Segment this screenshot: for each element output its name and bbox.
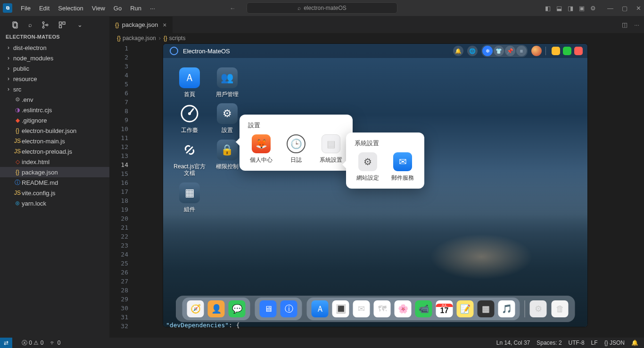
theme-option-icon[interactable]: ❄: [482, 46, 493, 56]
search-text: electron-mateOS: [304, 5, 347, 11]
gear-icon: ⚙: [13, 96, 22, 103]
status-errors[interactable]: ⓧ 0 ⚠ 0: [22, 339, 43, 347]
status-spaces[interactable]: Spaces: 2: [537, 340, 561, 346]
remote-indicator-icon[interactable]: ⇄: [0, 338, 12, 348]
file-package-json[interactable]: {}package.json: [0, 167, 109, 177]
dock-photos-icon[interactable]: 🌸: [395, 300, 412, 317]
layout-sidebar-right-icon[interactable]: ◨: [568, 5, 573, 12]
menu-edit[interactable]: Edit: [35, 3, 53, 14]
dock-launchpad-icon[interactable]: 🔳: [332, 300, 349, 317]
breadcrumb[interactable]: {} package.json › {} scripts: [109, 33, 644, 43]
desktop-components[interactable]: ▦組件: [173, 182, 206, 213]
layout-sidebar-left-icon[interactable]: ◧: [545, 5, 551, 12]
editor-tabs: {} package.json × ◫ ···: [109, 17, 644, 33]
window-minimize-button[interactable]: [552, 47, 560, 55]
breadcrumb-scripts[interactable]: scripts: [169, 35, 186, 41]
menu-selection[interactable]: Selection: [54, 3, 87, 14]
tab-close-icon[interactable]: ×: [163, 21, 166, 29]
popover-item-log[interactable]: 🕒日誌: [283, 134, 309, 164]
tab-more-icon[interactable]: ···: [634, 21, 639, 28]
dock-trash-icon[interactable]: 🗑: [552, 300, 569, 317]
desktop-settings[interactable]: ⚙設置: [210, 103, 244, 133]
editor-area[interactable]: 1234567891011121314151617181920212223242…: [109, 43, 644, 338]
split-editor-icon[interactable]: ◫: [622, 21, 627, 28]
popover-item-profile[interactable]: 🦊個人中心: [248, 134, 274, 164]
git-icon: ◆: [13, 117, 22, 124]
explorer-chevron-icon[interactable]: ⌄: [77, 21, 83, 28]
dock-calendar-icon[interactable]: JUL17: [436, 300, 453, 317]
file-env[interactable]: ⚙.env: [0, 94, 109, 105]
command-center[interactable]: ⌕ electron-mateOS: [247, 2, 397, 14]
menu-view[interactable]: View: [88, 3, 109, 14]
dock-contacts-icon[interactable]: 👤: [208, 300, 225, 317]
file-eslintrc[interactable]: ◑.eslintrc.cjs: [0, 105, 109, 115]
globe-icon[interactable]: 🌐: [467, 46, 478, 56]
desktop-home[interactable]: Ａ首頁: [173, 67, 206, 98]
status-line-col[interactable]: Ln 14, Col 37: [496, 340, 530, 346]
settings-gear-icon[interactable]: ⚙: [590, 5, 596, 12]
dock-calculator-icon[interactable]: ▦: [478, 300, 495, 317]
file-index-html[interactable]: ◇index.html: [0, 157, 109, 167]
tab-package-json[interactable]: {} package.json ×: [109, 17, 173, 33]
desktop-react-docs[interactable]: React.js官方文檔: [173, 140, 206, 177]
explorer-search-icon[interactable]: ⌕: [28, 21, 32, 28]
folder-resource[interactable]: ›resource: [0, 74, 109, 84]
desktop-workbench[interactable]: 工作臺: [173, 103, 206, 133]
menu-more[interactable]: ···: [146, 3, 159, 14]
json-icon: {}: [13, 127, 22, 134]
popover-item-site-settings[interactable]: ⚙網站設定: [355, 152, 381, 182]
menu-go[interactable]: Go: [110, 3, 125, 14]
file-electron-main-js[interactable]: JSelectron-main.js: [0, 136, 109, 146]
window-zoom-button[interactable]: [563, 47, 571, 55]
folder-public[interactable]: ›public: [0, 63, 109, 74]
file-gitignore[interactable]: ◆.gitignore: [0, 115, 109, 125]
pin-icon[interactable]: 📌: [505, 46, 515, 56]
explorer-source-control-icon[interactable]: [41, 21, 49, 29]
explorer-extensions-icon[interactable]: [58, 21, 66, 29]
dock-notes-icon[interactable]: 📝: [457, 300, 474, 317]
window-minimize-icon[interactable]: —: [607, 5, 613, 12]
window-close-icon[interactable]: ✕: [636, 5, 641, 12]
avatar[interactable]: [531, 46, 542, 56]
file-readme-md[interactable]: ⓘREADME.md: [0, 177, 109, 188]
file-vite-config-js[interactable]: JSvite.config.js: [0, 188, 109, 198]
dock-facetime-icon[interactable]: 📹: [415, 300, 432, 317]
folder-src[interactable]: ›src: [0, 84, 109, 94]
status-lang[interactable]: {} JSON: [604, 340, 625, 346]
menu-run[interactable]: Run: [126, 3, 145, 14]
bell-icon[interactable]: 🔔: [453, 46, 463, 56]
dock-display-icon[interactable]: 🖥: [260, 300, 277, 317]
dock-info-icon[interactable]: ⓘ: [281, 300, 297, 317]
dock-mail-icon[interactable]: ✉: [353, 300, 370, 317]
folder-node-modules[interactable]: ›node_modules: [0, 53, 109, 63]
layout-customize-icon[interactable]: ▣: [579, 5, 585, 12]
dock-music-icon[interactable]: 🎵: [498, 300, 515, 317]
preview-titlebar: Electron-MateOS 🔔 🌐 ❄ 👕 📌 ≡: [163, 44, 587, 58]
nav-back-icon[interactable]: ←: [230, 5, 236, 12]
status-eol[interactable]: LF: [591, 340, 598, 346]
window-maximize-icon[interactable]: ▢: [622, 5, 627, 12]
layout-panel-icon[interactable]: ⬓: [556, 5, 562, 12]
breadcrumb-file[interactable]: package.json: [123, 35, 156, 41]
menu-file[interactable]: File: [17, 3, 34, 14]
dock-messages-icon[interactable]: 💬: [229, 300, 246, 317]
file-electron-preload-js[interactable]: JSelectron-preload.js: [0, 146, 109, 157]
desktop-users[interactable]: 👥用戶管理: [210, 67, 244, 98]
dock-maps-icon[interactable]: 🗺: [374, 300, 391, 317]
status-encoding[interactable]: UTF-8: [569, 340, 585, 346]
dock-appstore-icon[interactable]: Ａ: [312, 300, 329, 317]
shirt-icon[interactable]: 👕: [494, 46, 504, 56]
explorer-files-icon[interactable]: [11, 21, 19, 29]
popover-item-mail-service[interactable]: ✉郵件服務: [389, 152, 416, 182]
file-yarn-lock[interactable]: ⊛yarn.lock: [0, 198, 109, 208]
dock-safari-icon[interactable]: 🧭: [187, 300, 204, 317]
window-close-button[interactable]: [574, 47, 583, 55]
sliders-icon[interactable]: ≡: [516, 46, 527, 56]
popover-item-system-settings[interactable]: ▤系統設置: [318, 134, 344, 164]
status-bell-icon[interactable]: 🔔: [631, 340, 638, 346]
dock-system-preferences-icon[interactable]: ⚙: [530, 300, 547, 317]
file-electron-builder-json[interactable]: {}electron-builder.json: [0, 125, 109, 136]
status-ports[interactable]: ᯤ 0: [50, 340, 60, 346]
folder-dist-electron[interactable]: ›dist-electron: [0, 42, 109, 53]
theme-toggle[interactable]: ❄ 👕 📌 ≡: [481, 45, 528, 57]
